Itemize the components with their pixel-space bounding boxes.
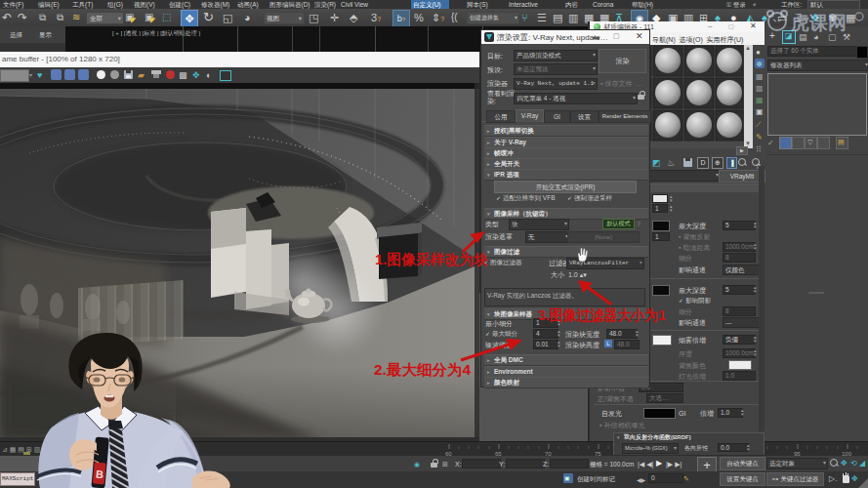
svg-text:虎课网: 虎课网 bbox=[790, 13, 847, 33]
svg-text:B: B bbox=[96, 468, 104, 481]
